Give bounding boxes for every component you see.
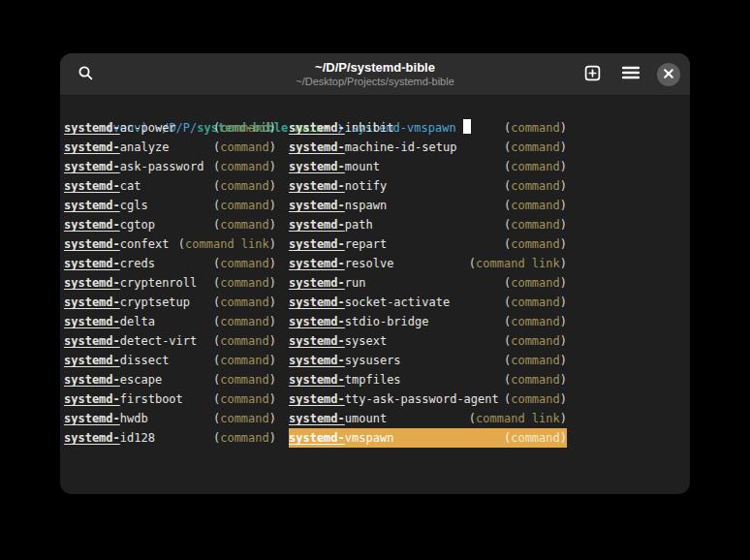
completion-annotation: (command) (504, 176, 567, 196)
completion-annotation: (command) (213, 312, 276, 331)
completion-item[interactable]: systemd-ask-password(command) (64, 157, 276, 176)
completion-annotation: (command) (213, 215, 276, 234)
command-name: systemd-sysusers (289, 351, 401, 370)
command-name: systemd-socket-activate (289, 293, 450, 312)
close-button[interactable] (657, 63, 680, 86)
completion-item[interactable]: systemd-firstboot(command) (64, 389, 276, 409)
command-name: systemd-tmpfiles (289, 370, 401, 389)
command-name: systemd-run (289, 273, 365, 293)
close-icon (664, 67, 673, 81)
search-icon (78, 65, 94, 84)
command-name: systemd-resolve (289, 254, 393, 273)
window-subtitle: ~/Desktop/Projects/systemd-bible (296, 76, 454, 88)
completion-item[interactable]: systemd-path(command) (289, 215, 567, 234)
command-name: systemd-tty-ask-password-agent (289, 389, 499, 409)
completion-item[interactable]: systemd-vmspawn(command) (289, 428, 567, 448)
menu-icon (622, 66, 640, 82)
terminal-pane[interactable]: (venv) ~/D/P/systemd-bible main• ❯ syste… (60, 96, 690, 494)
completion-item[interactable]: systemd-socket-activate(command) (289, 293, 567, 312)
command-name: systemd-notify (289, 176, 387, 196)
command-name: systemd-inhibit (289, 118, 393, 138)
completion-annotation: (command) (213, 118, 276, 138)
completions-left: systemd-ac-power(command)systemd-analyze… (64, 118, 276, 448)
completion-item[interactable]: systemd-umount(command link) (289, 409, 567, 428)
command-name: systemd-delta (64, 312, 155, 331)
terminal-window: ~/D/P/systemd-bible ~/Desktop/Projects/s… (60, 53, 690, 494)
completion-item[interactable]: systemd-nspawn(command) (289, 196, 567, 215)
completion-item[interactable]: systemd-ac-power(command) (64, 118, 276, 138)
command-name: systemd-stdio-bridge (289, 312, 429, 331)
completion-item[interactable]: systemd-cryptsetup(command) (64, 293, 276, 312)
completion-item[interactable]: systemd-analyze(command) (64, 138, 276, 157)
command-name: systemd-dissect (64, 351, 169, 370)
completion-annotation: (command) (213, 254, 276, 273)
completion-item[interactable]: systemd-creds(command) (64, 254, 276, 273)
completion-item[interactable]: systemd-tmpfiles(command) (289, 370, 567, 389)
completion-item[interactable]: systemd-inhibit(command) (289, 118, 567, 138)
completion-annotation: (command) (504, 389, 567, 409)
new-tab-icon (584, 65, 601, 84)
completion-annotation: (command) (213, 293, 276, 312)
completion-annotation: (command) (213, 157, 276, 176)
completion-annotation: (command) (504, 293, 567, 312)
completion-item[interactable]: systemd-sysusers(command) (289, 351, 567, 370)
completion-annotation: (command) (213, 176, 276, 196)
completion-annotation: (command) (213, 370, 276, 389)
completion-annotation: (command) (504, 428, 567, 448)
completion-item[interactable]: systemd-mount(command) (289, 157, 567, 176)
completion-annotation: (command link) (178, 234, 276, 254)
completion-annotation: (command) (504, 215, 567, 234)
command-name: systemd-machine-id-setup (289, 138, 456, 157)
completion-item[interactable]: systemd-cryptenroll(command) (64, 273, 276, 293)
completion-item[interactable]: systemd-confext(command link) (64, 234, 276, 254)
completion-annotation: (command) (213, 389, 276, 409)
completion-item[interactable]: systemd-machine-id-setup(command) (289, 138, 567, 157)
command-name: systemd-ac-power (64, 118, 176, 138)
completion-annotation: (command) (504, 331, 567, 351)
completion-item[interactable]: systemd-escape(command) (64, 370, 276, 389)
command-name: systemd-umount (289, 409, 387, 428)
completion-item[interactable]: systemd-sysext(command) (289, 331, 567, 351)
completion-annotation: (command) (504, 157, 567, 176)
completion-annotation: (command) (504, 118, 567, 138)
completion-annotation: (command) (213, 351, 276, 370)
completion-item[interactable]: systemd-detect-virt(command) (64, 331, 276, 351)
titlebar[interactable]: ~/D/P/systemd-bible ~/Desktop/Projects/s… (60, 53, 690, 96)
completion-item[interactable]: systemd-stdio-bridge(command) (289, 312, 567, 331)
completion-item[interactable]: systemd-run(command) (289, 273, 567, 293)
completion-item[interactable]: systemd-cgls(command) (64, 196, 276, 215)
completion-item[interactable]: systemd-tty-ask-password-agent(command) (289, 389, 567, 409)
prompt-line: (venv) ~/D/P/systemd-bible main• ❯ syste… (64, 99, 686, 118)
completion-annotation: (command) (213, 196, 276, 215)
completion-annotation: (command) (213, 273, 276, 293)
completion-annotation: (command link) (469, 409, 567, 428)
completion-item[interactable]: systemd-hwdb(command) (64, 409, 276, 428)
completion-annotation: (command) (213, 331, 276, 351)
command-name: systemd-cgtop (64, 215, 155, 234)
completion-annotation: (command) (504, 138, 567, 157)
command-name: systemd-cat (64, 176, 141, 196)
search-button[interactable] (73, 62, 98, 87)
menu-button[interactable] (618, 62, 643, 87)
completion-annotation: (command) (213, 428, 276, 448)
completion-item[interactable]: systemd-resolve(command link) (289, 254, 567, 273)
completion-menu: systemd-ac-power(command)systemd-analyze… (64, 118, 686, 448)
completion-item[interactable]: systemd-delta(command) (64, 312, 276, 331)
completion-item[interactable]: systemd-notify(command) (289, 176, 567, 196)
command-name: systemd-creds (64, 254, 155, 273)
command-name: systemd-cryptenroll (64, 273, 197, 293)
completion-item[interactable]: systemd-id128(command) (64, 428, 276, 448)
completion-item[interactable]: systemd-cgtop(command) (64, 215, 276, 234)
completion-annotation: (command) (213, 409, 276, 428)
completion-annotation: (command) (504, 370, 567, 389)
completion-annotation: (command) (213, 138, 276, 157)
completions-right: systemd-inhibit(command)systemd-machine-… (289, 118, 567, 448)
command-name: systemd-cryptsetup (64, 293, 190, 312)
completion-item[interactable]: systemd-cat(command) (64, 176, 276, 196)
completion-item[interactable]: systemd-dissect(command) (64, 351, 276, 370)
completion-annotation: (command) (504, 351, 567, 370)
completion-item[interactable]: systemd-repart(command) (289, 234, 567, 254)
new-tab-button[interactable] (579, 62, 605, 87)
command-name: systemd-analyze (64, 138, 169, 157)
command-name: systemd-sysext (289, 331, 387, 351)
